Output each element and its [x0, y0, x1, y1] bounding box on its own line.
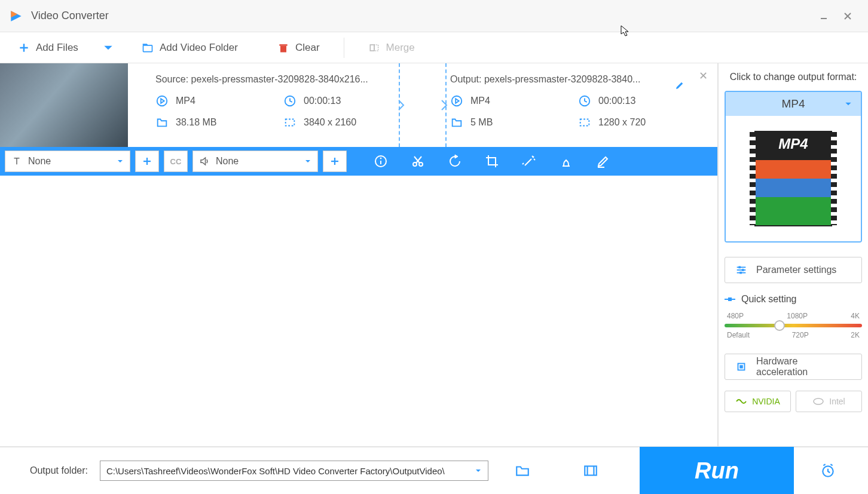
bottom-bar: Output folder: C:\Users\Tashreef\Videos\…	[0, 446, 868, 494]
source-size: 38.18 MB	[155, 116, 257, 129]
nvidia-badge[interactable]: NVIDIA	[725, 391, 791, 412]
file-row: Source: pexels-pressmaster-3209828-3840x…	[0, 63, 717, 147]
svg-rect-6	[280, 45, 286, 52]
edit-output-button[interactable]	[674, 80, 685, 93]
output-format-selector[interactable]: MP4 MP4	[725, 91, 862, 243]
edit-action-bar: None CC None	[0, 147, 717, 176]
output-resolution: 1280 x 720	[578, 116, 680, 129]
svg-rect-38	[585, 466, 597, 475]
quality-slider[interactable]: 480P 1080P 4K Default 720P 2K	[725, 312, 862, 348]
title-bar: Video Converter	[0, 0, 868, 32]
app-title: Video Converter	[31, 10, 109, 22]
trash-icon	[277, 42, 289, 54]
output-duration: 00:00:13	[578, 94, 680, 108]
svg-rect-8	[370, 45, 374, 51]
svg-point-10	[157, 96, 167, 106]
output-info: Output: pexels-pressmaster-3209828-3840.…	[423, 63, 717, 147]
intel-badge[interactable]: Intel	[796, 391, 862, 412]
audio-track-dropdown[interactable]: None	[192, 151, 318, 172]
svg-rect-7	[279, 44, 287, 46]
chevron-down-icon	[117, 158, 124, 165]
merge-icon	[368, 42, 380, 54]
tick-4k: 4K	[851, 312, 860, 320]
svg-rect-12	[286, 119, 295, 126]
chevron-down-icon	[844, 100, 852, 108]
clear-button[interactable]: Clear	[269, 38, 328, 57]
output-folder-label: Output folder:	[30, 465, 88, 476]
folder-icon	[142, 42, 154, 54]
crop-button[interactable]	[479, 151, 505, 172]
svg-rect-31	[742, 269, 744, 271]
toolbar-separator	[344, 38, 344, 58]
output-format: MP4	[450, 94, 552, 108]
remove-file-button[interactable]: ✕	[699, 69, 708, 82]
browse-folder-button[interactable]	[512, 461, 533, 481]
format-name: MP4	[781, 97, 805, 111]
svg-rect-15	[580, 119, 589, 126]
clear-label: Clear	[295, 42, 320, 54]
chip-icon	[735, 360, 748, 373]
add-folder-label: Add Video Folder	[160, 42, 238, 54]
source-format: MP4	[155, 94, 257, 108]
intel-icon	[812, 397, 824, 406]
svg-rect-34	[728, 297, 732, 301]
output-label: Output: pexels-pressmaster-3209828-3840.…	[450, 74, 705, 85]
main-toolbar: Add Files Add Video Folder Clear Merge	[0, 32, 868, 63]
source-info: Source: pexels-pressmaster-3209828-3840x…	[128, 63, 423, 147]
add-audio-button[interactable]	[323, 151, 347, 172]
app-logo-icon	[8, 8, 24, 24]
add-subtitle-button[interactable]	[135, 151, 159, 172]
svg-rect-36	[739, 365, 742, 368]
tick-1080p: 1080P	[787, 312, 808, 320]
open-output-folder-button[interactable]	[580, 461, 601, 481]
plus-icon	[18, 42, 30, 54]
subtitle-dropdown[interactable]: None	[5, 151, 130, 172]
hardware-acceleration-button[interactable]: Hardware acceleration	[725, 354, 862, 380]
tick-480p: 480P	[727, 312, 744, 320]
add-files-button[interactable]: Add Files	[10, 38, 123, 57]
param-label: Parameter settings	[756, 265, 836, 275]
format-preview-icon: MP4	[754, 131, 832, 226]
rotate-button[interactable]	[442, 151, 467, 172]
video-thumbnail[interactable]	[0, 63, 128, 147]
quick-icon	[725, 296, 735, 303]
svg-rect-9	[374, 45, 378, 51]
svg-rect-30	[738, 266, 741, 269]
source-label: Source: pexels-pressmaster-3209828-3840x…	[155, 74, 411, 85]
output-folder-path: C:\Users\Tashreef\Videos\WonderFox Soft\…	[106, 466, 445, 476]
edit-button[interactable]	[591, 151, 616, 172]
svg-point-37	[814, 398, 823, 404]
svg-rect-32	[739, 272, 742, 274]
closed-caption-button[interactable]: CC	[164, 151, 188, 172]
effects-button[interactable]	[516, 151, 542, 172]
add-files-label: Add Files	[36, 42, 78, 54]
source-duration: 00:00:13	[283, 94, 385, 108]
tick-2k: 2K	[851, 331, 860, 339]
svg-point-22	[380, 158, 381, 159]
hw-label: Hardware acceleration	[756, 356, 852, 378]
chevron-down-icon	[304, 158, 311, 165]
nvidia-icon	[735, 397, 747, 406]
schedule-button[interactable]	[818, 461, 838, 481]
chevron-down-icon	[475, 467, 482, 474]
close-button[interactable]	[836, 4, 860, 28]
output-folder-input[interactable]: C:\Users\Tashreef\Videos\WonderFox Soft\…	[100, 461, 488, 481]
tick-720p: 720P	[792, 331, 809, 339]
output-panel: Click to change output format: MP4 MP4 P…	[717, 63, 868, 446]
cut-button[interactable]	[405, 151, 430, 172]
parameter-settings-button[interactable]: Parameter settings	[725, 257, 862, 283]
slider-thumb[interactable]	[774, 320, 785, 331]
text-icon	[11, 156, 22, 167]
watermark-button[interactable]	[554, 151, 579, 172]
source-resolution: 3840 x 2160	[283, 116, 385, 129]
minimize-button[interactable]	[812, 4, 836, 28]
chevron-down-icon[interactable]	[102, 42, 114, 54]
quick-setting-label: Quick setting	[725, 294, 862, 305]
svg-rect-5	[143, 45, 152, 51]
info-button[interactable]	[368, 151, 393, 172]
merge-button[interactable]: Merge	[360, 38, 423, 57]
add-video-folder-button[interactable]: Add Video Folder	[133, 38, 246, 57]
audio-value: None	[216, 156, 239, 167]
run-button[interactable]: Run	[640, 447, 794, 494]
speaker-icon	[199, 156, 210, 167]
